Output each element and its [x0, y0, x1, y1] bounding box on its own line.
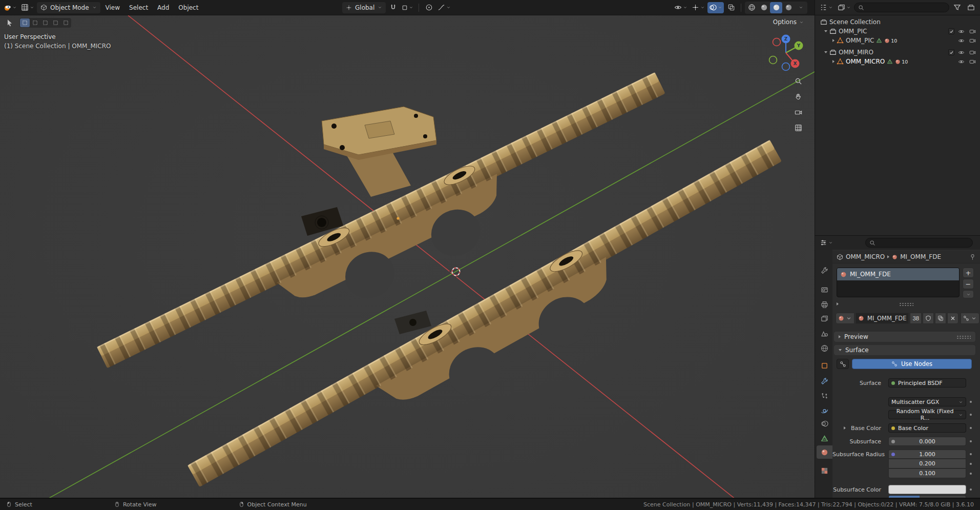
disclosure-triangle-icon[interactable] — [832, 60, 835, 63]
navigation-gizmo[interactable]: Z Y X — [764, 31, 807, 74]
shading-material-preview-button[interactable] — [770, 2, 782, 13]
tab-scene[interactable] — [817, 327, 832, 340]
snap-toggle-button[interactable] — [387, 2, 399, 13]
keyframe-dot[interactable] — [970, 473, 972, 475]
disclosure-triangle-icon[interactable] — [824, 51, 827, 53]
remove-material-slot-button[interactable]: − — [963, 279, 974, 289]
hide-eye-icon[interactable] — [956, 36, 966, 45]
base-color-link-button[interactable]: Base Color — [888, 423, 966, 433]
menu-add[interactable]: Add — [153, 3, 173, 13]
unlink-material-button[interactable] — [947, 313, 958, 324]
disable-render-icon[interactable] — [968, 57, 977, 66]
shading-wireframe-button[interactable] — [745, 2, 758, 13]
tab-physics[interactable] — [817, 404, 832, 417]
new-collection-button[interactable] — [965, 2, 977, 13]
gizmo-neg-z-axis[interactable] — [782, 63, 790, 71]
radius-z-field[interactable]: 0.100 — [888, 469, 966, 478]
transform-orientation-dropdown[interactable]: Global — [342, 2, 386, 13]
add-material-slot-button[interactable]: + — [963, 268, 974, 278]
disable-render-icon[interactable] — [968, 36, 977, 45]
fake-user-button[interactable] — [923, 313, 934, 324]
material-slot-specials-button[interactable] — [963, 290, 974, 298]
properties-search-input[interactable] — [865, 238, 973, 248]
xray-toggle-button[interactable] — [725, 2, 737, 13]
mode-dropdown[interactable]: Object Mode — [37, 2, 100, 13]
tab-modifiers[interactable] — [817, 374, 832, 387]
breadcrumb-material[interactable]: MI_OMM_FDE — [900, 253, 941, 260]
material-slot-list[interactable]: MI_OMM_FDE — [837, 268, 960, 297]
menu-select[interactable]: Select — [125, 3, 152, 13]
disable-render-icon[interactable] — [968, 27, 977, 35]
drag-grip[interactable] — [956, 335, 971, 339]
proportional-editing-button[interactable] — [423, 2, 435, 13]
outliner-editor-type-button[interactable] — [818, 2, 835, 13]
node-tree-dropdown[interactable] — [961, 313, 979, 324]
gizmos-toggle-dropdown[interactable] — [690, 2, 706, 13]
object-visibility-dropdown[interactable] — [673, 2, 689, 13]
resize-grip[interactable] — [899, 302, 913, 306]
tab-texture[interactable] — [817, 464, 832, 477]
disclosure-triangle-icon[interactable] — [837, 302, 839, 305]
gizmo-neg-y-axis[interactable] — [769, 56, 777, 64]
menu-object[interactable]: Object — [174, 3, 202, 13]
properties-editor-type-button[interactable] — [818, 237, 835, 249]
select-mode-invert-button[interactable] — [51, 18, 60, 27]
rail-object-front[interactable] — [187, 140, 810, 498]
breadcrumb-object[interactable]: OMM_MICRO — [846, 253, 885, 260]
select-mode-new-button[interactable] — [20, 18, 30, 27]
select-mode-extend-button[interactable] — [30, 18, 40, 27]
gizmo-neg-x-axis[interactable] — [773, 38, 781, 46]
keyframe-dot[interactable] — [970, 453, 972, 455]
outliner-row-scene-collection[interactable]: Scene Collection — [815, 17, 980, 27]
use-nodes-button[interactable]: Use Nodes — [852, 359, 972, 369]
radius-y-field[interactable]: 0.200 — [888, 459, 966, 468]
hide-eye-icon[interactable] — [956, 57, 966, 66]
zoom-button[interactable] — [792, 75, 804, 87]
tab-constraints[interactable] — [817, 417, 832, 430]
blender-menu-button[interactable] — [2, 2, 18, 13]
disable-render-icon[interactable] — [968, 48, 977, 56]
outliner-row-object-active[interactable]: OMM_MICRO 10 — [815, 57, 980, 66]
hide-eye-icon[interactable] — [956, 48, 966, 56]
sss-method-dropdown[interactable]: Random Walk (Fixed R... — [888, 410, 966, 419]
select-mode-subtract-button[interactable] — [40, 18, 50, 27]
exclude-checkbox[interactable] — [948, 49, 954, 55]
subsurface-value-field[interactable]: 0.000 — [888, 437, 966, 446]
preview-panel-header[interactable]: Preview — [833, 331, 976, 342]
outliner-filter-button[interactable] — [951, 2, 963, 13]
editor-type-button[interactable] — [19, 2, 36, 13]
distribution-dropdown[interactable]: Multiscatter GGX — [888, 397, 966, 406]
tab-view-layer[interactable] — [817, 312, 832, 325]
tab-output[interactable] — [817, 298, 832, 311]
keyframe-dot[interactable] — [970, 427, 972, 429]
browse-material-button[interactable] — [836, 313, 854, 324]
overlays-toggle-dropdown[interactable] — [707, 2, 724, 13]
tab-world[interactable] — [817, 341, 832, 355]
exclude-checkbox[interactable] — [948, 28, 954, 34]
tab-material[interactable] — [817, 445, 832, 459]
keyframe-dot[interactable] — [970, 488, 972, 491]
surface-shader-button[interactable]: Principled BSDF — [888, 378, 966, 387]
camera-view-button[interactable] — [792, 106, 804, 118]
subsurface-ior-slider[interactable]: 1.400 — [888, 495, 966, 498]
material-name-field[interactable]: MI_OMM_FDE — [856, 313, 909, 324]
tab-particles[interactable] — [817, 389, 832, 402]
material-users-button[interactable]: 38 — [910, 313, 922, 324]
outliner-row-object[interactable]: OMM_PIC 10 — [815, 36, 980, 45]
outliner-row-collection[interactable]: OMM_MIRO — [815, 48, 980, 57]
menu-view[interactable]: View — [101, 3, 124, 13]
options-dropdown[interactable]: Options — [770, 17, 806, 27]
select-mode-intersect-button[interactable] — [61, 18, 71, 27]
new-material-button[interactable] — [935, 313, 946, 324]
radius-x-field[interactable]: 1.000 — [888, 450, 966, 459]
disclosure-triangle-icon[interactable] — [824, 30, 827, 32]
shading-rendered-button[interactable] — [782, 2, 795, 13]
surface-panel-header[interactable]: Surface — [833, 344, 976, 356]
orthographic-toggle-button[interactable] — [792, 121, 804, 134]
disclosure-triangle-icon[interactable] — [832, 39, 835, 42]
shading-solid-button[interactable] — [758, 2, 770, 13]
keyframe-dot[interactable] — [970, 463, 972, 465]
tab-tool[interactable] — [817, 263, 832, 277]
outliner-display-mode-dropdown[interactable] — [836, 2, 852, 13]
keyframe-dot[interactable] — [970, 401, 972, 403]
